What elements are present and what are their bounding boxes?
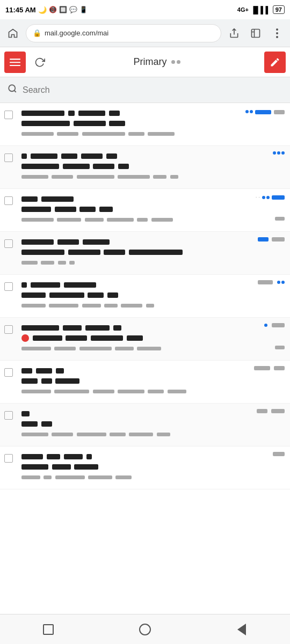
- browser-bar: 🔒 mail.google.com/mai: [0, 19, 290, 47]
- badge-dot: [281, 281, 285, 284]
- email-preview: [21, 387, 285, 396]
- badge-dot: [277, 281, 280, 284]
- email-item[interactable]: [0, 275, 290, 318]
- lock-icon: 🔒: [33, 29, 41, 37]
- email-item[interactable]: [0, 404, 290, 447]
- nav-bar: [0, 614, 290, 644]
- email-preview: [21, 129, 285, 138]
- email-checkbox[interactable]: [4, 368, 13, 377]
- toolbar-title-text: Primary: [134, 56, 167, 68]
- email-badge: [245, 110, 253, 113]
- email-meta: [258, 237, 285, 241]
- email-checkbox[interactable]: [4, 239, 13, 248]
- email-sender: [21, 452, 269, 460]
- email-content: [19, 323, 285, 353]
- email-meta: [273, 151, 285, 155]
- svg-point-3: [276, 36, 278, 38]
- badge-dot: [250, 110, 253, 113]
- email-badge: [262, 196, 270, 199]
- title-dots: [171, 60, 180, 64]
- email-badge: [264, 324, 267, 327]
- email-content: [19, 409, 285, 439]
- email-item[interactable]: [0, 103, 290, 146]
- email-preview: [21, 344, 271, 353]
- checkbox-area: [4, 151, 19, 162]
- share-button[interactable]: [226, 25, 243, 42]
- home-button[interactable]: [4, 25, 21, 42]
- email-preview: [21, 258, 285, 267]
- email-subject: [21, 119, 285, 128]
- email-meta: [257, 409, 285, 413]
- status-left: 11:45 AM 🌙 📵 🔲 💬 📱: [5, 6, 88, 14]
- email-subject: [21, 333, 285, 342]
- badge-dot: [245, 110, 249, 113]
- email-checkbox[interactable]: [4, 153, 13, 162]
- email-checkbox[interactable]: [4, 411, 13, 420]
- refresh-button[interactable]: [30, 53, 49, 72]
- whatsapp-icon: 📱: [79, 6, 88, 13]
- badge-dot: [281, 151, 285, 155]
- checkbox-area: [4, 323, 19, 334]
- email-checkbox[interactable]: [4, 196, 13, 205]
- email-subject: [21, 462, 285, 471]
- svg-rect-0: [252, 29, 260, 37]
- email-sender: [21, 280, 253, 289]
- email-list: · ·: [0, 103, 290, 489]
- badge-dot: [264, 324, 267, 327]
- email-subject: [21, 162, 285, 171]
- email-checkbox[interactable]: [4, 282, 13, 291]
- url-text: mail.google.com/mai: [45, 29, 108, 37]
- email-preview: [21, 301, 285, 310]
- signal-bars-icon: ▐▌▌▌: [251, 6, 271, 14]
- email-content: [19, 452, 285, 482]
- email-item[interactable]: [0, 318, 290, 361]
- email-checkbox[interactable]: [4, 454, 13, 463]
- svg-rect-6: [10, 65, 20, 66]
- more-options-button[interactable]: [269, 25, 286, 42]
- network-label: 4G+: [237, 6, 249, 13]
- email-checkbox[interactable]: [4, 111, 13, 119]
- home-icon: [139, 624, 151, 635]
- status-right: 4G+ ▐▌▌▌ 97: [237, 5, 285, 14]
- search-icon: [8, 84, 17, 96]
- email-attachment: [275, 344, 285, 350]
- email-item[interactable]: [0, 447, 290, 489]
- checkbox-area: [4, 409, 19, 420]
- checkbox-area: [4, 280, 19, 291]
- email-checkbox[interactable]: [4, 325, 13, 334]
- email-item[interactable]: [0, 361, 290, 404]
- url-bar[interactable]: 🔒 mail.google.com/mai: [26, 24, 221, 42]
- battery-icon: 97: [273, 5, 285, 14]
- email-preview: [21, 215, 271, 224]
- email-sender: [21, 366, 250, 375]
- email-subject: [21, 376, 285, 385]
- back-button[interactable]: [228, 616, 255, 643]
- menu-button[interactable]: [4, 52, 26, 73]
- email-sender: [21, 237, 253, 246]
- email-meta: [273, 452, 285, 456]
- email-attachment: [275, 215, 285, 222]
- email-item[interactable]: [0, 232, 290, 275]
- email-sender: [21, 108, 241, 117]
- email-item[interactable]: · ·: [0, 189, 290, 232]
- email-subject: [21, 247, 285, 257]
- email-sender: [21, 194, 251, 203]
- badge-dot: [266, 196, 270, 199]
- compose-button[interactable]: [264, 52, 286, 73]
- email-content: [19, 237, 285, 267]
- email-item[interactable]: [0, 146, 290, 189]
- sim-icon: 🔲: [59, 6, 67, 13]
- search-bar: [0, 77, 290, 103]
- search-input[interactable]: [23, 85, 282, 95]
- stop-button[interactable]: [35, 616, 62, 643]
- email-content: · ·: [19, 194, 285, 224]
- email-content: [19, 108, 285, 138]
- home-nav-button[interactable]: [132, 616, 158, 643]
- back-icon: [237, 624, 246, 635]
- dot-1: [171, 60, 175, 64]
- email-content: [19, 280, 285, 310]
- email-subject: [21, 290, 285, 299]
- email-meta: [264, 323, 285, 327]
- tab-switcher-button[interactable]: [247, 25, 264, 42]
- badge-dot: [277, 151, 280, 155]
